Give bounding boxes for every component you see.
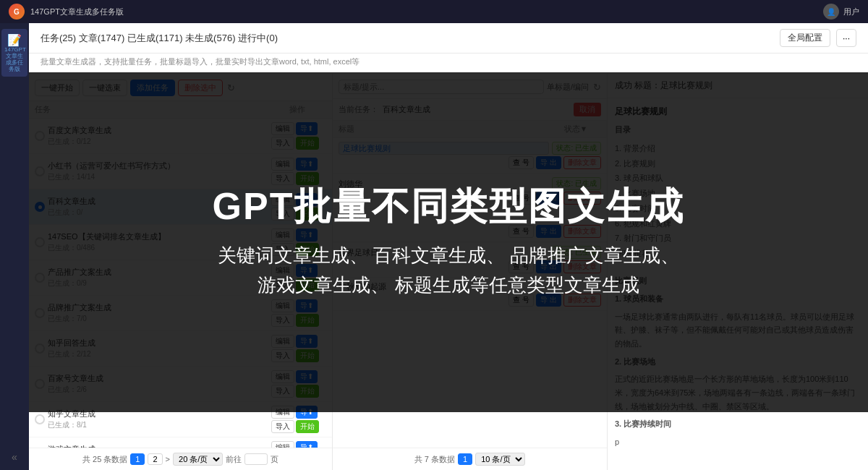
left-pagination: 共 25 条数据 1 2 > 20 条/页 50 条/页 前往 页: [29, 448, 332, 470]
app-logo: G: [9, 4, 25, 20]
extra-button[interactable]: ···: [836, 29, 856, 47]
user-label: 用户: [843, 7, 859, 17]
task-start-btn[interactable]: 开始: [296, 420, 319, 433]
mid-pagination-total: 共 7 条数据: [414, 454, 455, 465]
goto-input[interactable]: [244, 453, 268, 465]
header-stats: 任务(25) 文章(1747) 已生成(1171) 未生成(576) 进行中(0…: [41, 32, 278, 45]
app-title: 147GPT文章生成多任务版: [30, 7, 124, 17]
full-config-button[interactable]: 全局配置: [780, 29, 830, 47]
top-bar-right: 👤 用户: [823, 4, 859, 20]
mid-pagination: 共 7 条数据 1 10 条/页: [333, 448, 607, 470]
task-export-btn[interactable]: 导入: [271, 420, 294, 433]
task-edit-btn[interactable]: 编辑: [271, 441, 294, 448]
goto-label: 前往: [226, 454, 242, 465]
task-btn-row: 编辑 导⬆: [271, 441, 326, 448]
mid-per-page-select[interactable]: 10 条/页: [475, 453, 525, 466]
sidebar: 📝 147GPT文章生成多任务版 «: [0, 23, 29, 470]
top-bar: G 147GPT文章生成多任务版 👤 用户: [0, 0, 868, 23]
promo-overlay: GPT批量不同类型图文生成 关键词文章生成、 百科文章生成、 品牌推广文章生成、…: [29, 72, 868, 412]
top-bar-left: G 147GPT文章生成多任务版: [9, 4, 124, 20]
subtitle-bar: 批量文章生成器，支持批量任务，批量标题导入，批量实时导出文章word, txt,…: [29, 54, 868, 74]
mid-page-1-btn[interactable]: 1: [458, 453, 472, 465]
rule3-title: 3. 比赛持续时间: [615, 417, 861, 431]
sidebar-collapse-btn[interactable]: «: [0, 451, 29, 463]
task-row: 游戏文章生成 已生成：1/10 编辑 导⬆ 导入 开始: [29, 437, 332, 448]
page-1-btn[interactable]: 1: [130, 453, 145, 465]
task-radio[interactable]: [35, 414, 45, 424]
header-actions: 全局配置 ···: [780, 29, 856, 47]
pagination-total: 共 25 条数据: [82, 454, 127, 465]
user-avatar: 👤: [823, 4, 839, 20]
pagination-separator: >: [166, 455, 170, 463]
task-count: 已生成：8/1: [48, 420, 268, 430]
promo-title: GPT批量不同类型图文生成: [213, 184, 685, 228]
task-import-btn[interactable]: 导⬆: [296, 441, 318, 448]
page-header: 任务(25) 文章(1747) 已生成(1171) 未生成(576) 进行中(0…: [29, 23, 868, 54]
per-page-select[interactable]: 20 条/页 50 条/页: [173, 453, 223, 466]
sidebar-item-label: 147GPT文章生成多任务版: [4, 47, 25, 72]
task-actions: 编辑 导⬆ 导入 开始: [271, 441, 326, 448]
page-unit: 页: [271, 454, 278, 465]
promo-subtitle: 关键词文章生成、 百科文章生成、 品牌推广文章生成、游戏文章生成、 标题生成等任…: [218, 241, 679, 301]
rule3-text: p: [615, 435, 861, 449]
sidebar-item-main[interactable]: 📝 147GPT文章生成多任务版: [1, 29, 27, 77]
page-2-btn[interactable]: 2: [148, 453, 162, 465]
task-btn-row2: 导入 开始: [271, 420, 326, 433]
